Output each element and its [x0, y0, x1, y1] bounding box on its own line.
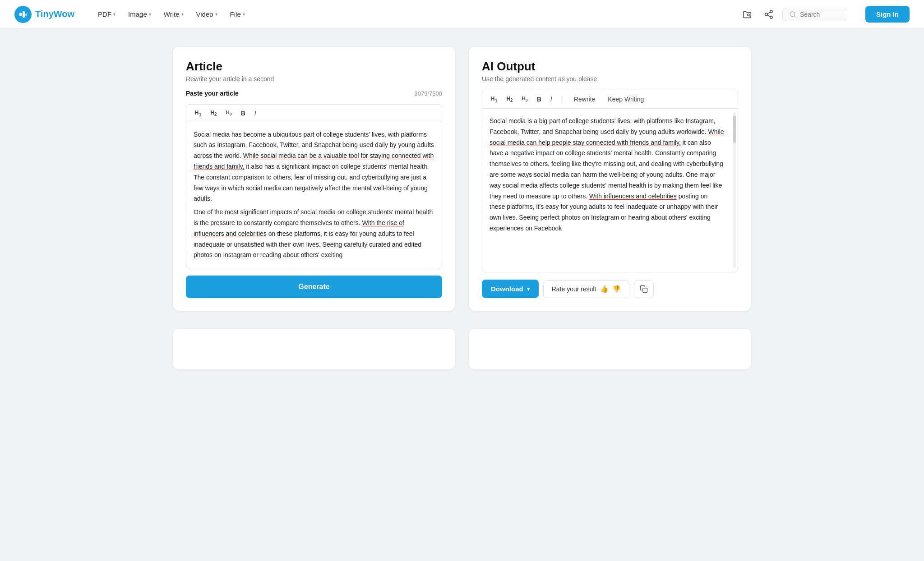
- ai-underline-2: With influencers and celebrities: [589, 193, 677, 200]
- article-panel: Article Rewrite your article in a second…: [173, 47, 455, 311]
- file-chevron: ▾: [243, 12, 245, 17]
- bold-button[interactable]: B: [239, 109, 247, 118]
- article-content[interactable]: Social media has become a ubiquitous par…: [186, 122, 442, 268]
- bottom-card-1: [173, 329, 455, 369]
- logo-text: TinyWow: [35, 9, 74, 19]
- thumbdown-icon[interactable]: 👎: [612, 285, 621, 293]
- italic-button[interactable]: I: [253, 109, 258, 118]
- article-title: Article: [186, 60, 442, 74]
- svg-point-5: [765, 13, 768, 16]
- svg-line-8: [767, 12, 770, 14]
- nav-links: PDF ▾ Image ▾ Write ▾ Video ▾ File ▾: [92, 8, 725, 21]
- copy-button[interactable]: [634, 280, 654, 298]
- download-chevron-icon: ▾: [527, 286, 530, 292]
- main-content: Article Rewrite your article in a second…: [146, 29, 778, 329]
- ai-output-panel: AI Output Use the generated content as y…: [469, 47, 751, 311]
- search-bar[interactable]: [782, 8, 847, 21]
- nav-video[interactable]: Video ▾: [191, 8, 223, 21]
- svg-point-4: [770, 10, 773, 13]
- logo-icon: [14, 6, 32, 23]
- nav-image[interactable]: Image ▾: [123, 8, 157, 21]
- ai-title: AI Output: [482, 60, 738, 74]
- svg-rect-0: [19, 13, 22, 16]
- ai-text-p1b: it can also have a negative impact on co…: [490, 139, 723, 200]
- svg-rect-2: [26, 14, 27, 16]
- svg-line-7: [767, 15, 770, 17]
- article-toolbar: H1 H2 H3 B I: [186, 105, 442, 122]
- nav-file[interactable]: File ▾: [225, 8, 250, 21]
- h3-button[interactable]: H3: [224, 109, 234, 117]
- write-chevron: ▾: [181, 12, 184, 17]
- svg-point-9: [790, 12, 795, 17]
- ai-header: AI Output Use the generated content as y…: [482, 60, 738, 83]
- ai-toolbar: H1 H2 H3 B I | Rewrite Keep Writing: [482, 90, 738, 109]
- signin-button[interactable]: Sign In: [865, 6, 910, 23]
- svg-rect-11: [642, 288, 647, 292]
- ai-h1-button[interactable]: H1: [489, 94, 499, 104]
- ai-content[interactable]: Social media is a big part of college st…: [482, 109, 738, 272]
- svg-point-6: [770, 16, 773, 18]
- ai-italic-button[interactable]: I: [549, 95, 554, 104]
- rate-button[interactable]: Rate your result 👍 👎: [543, 280, 629, 298]
- navbar: TinyWow PDF ▾ Image ▾ Write ▾ Video ▾ Fi…: [0, 0, 924, 29]
- paste-label: Paste your article: [186, 90, 239, 97]
- image-chevron: ▾: [149, 12, 151, 17]
- ai-h2-button[interactable]: H2: [504, 95, 514, 104]
- rewrite-button[interactable]: Rewrite: [570, 94, 599, 105]
- bottom-cards: [146, 329, 778, 387]
- search-icon: [789, 11, 796, 18]
- article-editor-box: H1 H2 H3 B I Social media has become a u…: [186, 104, 442, 268]
- search-input[interactable]: [800, 11, 841, 18]
- bottom-card-2: [469, 329, 751, 369]
- svg-line-10: [794, 16, 795, 17]
- logo[interactable]: TinyWow: [14, 6, 74, 23]
- char-count: 3079/7500: [415, 90, 442, 97]
- ai-text-p1: Social media is a big part of college st…: [490, 117, 716, 135]
- thumbup-icon[interactable]: 👍: [600, 285, 609, 293]
- ai-bold-button[interactable]: B: [535, 95, 543, 104]
- ai-h3-button[interactable]: H3: [520, 95, 530, 103]
- ai-subtitle: Use the generated content as you please: [482, 75, 738, 83]
- h1-button[interactable]: H1: [193, 108, 203, 118]
- generate-button[interactable]: Generate: [186, 276, 442, 298]
- article-header: Article Rewrite your article in a second: [186, 60, 442, 83]
- download-button[interactable]: Download ▾: [482, 280, 539, 298]
- video-chevron: ▾: [215, 12, 217, 17]
- ai-editor-box: H1 H2 H3 B I | Rewrite Keep Writing Soci…: [482, 90, 738, 272]
- folder-icon-btn[interactable]: [739, 6, 755, 23]
- article-label-row: Paste your article 3079/7500: [186, 90, 442, 97]
- nav-icon-area: [739, 6, 847, 23]
- share-icon-btn[interactable]: [761, 6, 777, 23]
- nav-write[interactable]: Write ▾: [158, 8, 189, 21]
- svg-rect-1: [23, 11, 25, 18]
- nav-pdf[interactable]: PDF ▾: [92, 8, 121, 21]
- pdf-chevron: ▾: [113, 12, 116, 17]
- article-subtitle: Rewrite your article in a second: [186, 75, 442, 83]
- h2-button[interactable]: H2: [208, 109, 218, 118]
- ai-bottom-row: Download ▾ Rate your result 👍 👎: [482, 280, 738, 298]
- keep-writing-button[interactable]: Keep Writing: [604, 94, 647, 105]
